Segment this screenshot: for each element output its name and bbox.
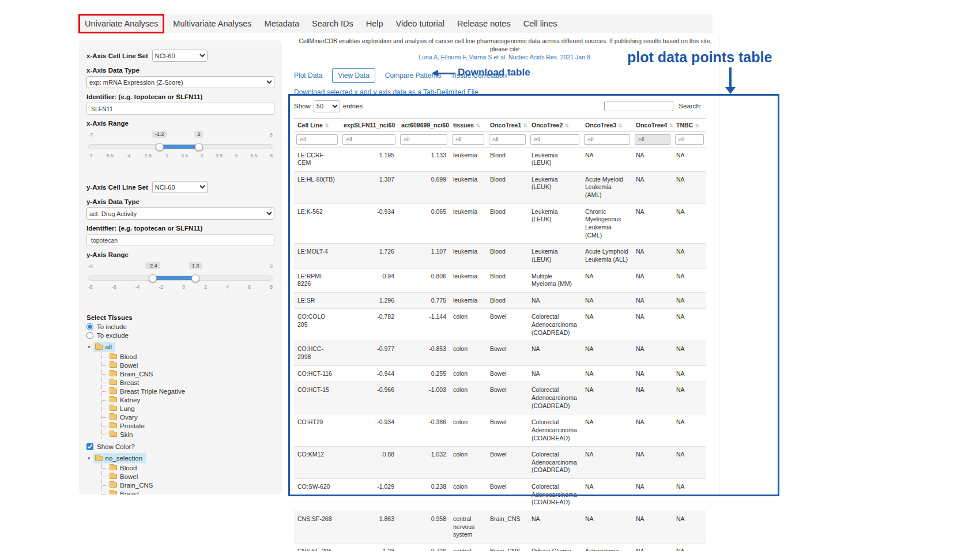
download-link[interactable]: Download selected x and y axis data as a… bbox=[294, 88, 478, 96]
column-header-oncotree3[interactable]: OncoTree3⇅ bbox=[582, 118, 632, 131]
slider-tick: -4 bbox=[135, 284, 140, 290]
tree-root-all[interactable]: all bbox=[93, 342, 116, 352]
sort-icon[interactable]: ⇅ bbox=[564, 123, 569, 129]
nav-item-cell-lines[interactable]: Cell lines bbox=[517, 17, 564, 31]
sort-icon[interactable]: ⇅ bbox=[397, 123, 398, 129]
tree-item-brain-cns[interactable]: Brain_CNS bbox=[110, 481, 274, 489]
table-row[interactable]: CO:KM12-0.88-1.032colonBowelColorectal A… bbox=[294, 447, 706, 479]
to-include-option[interactable]: To include bbox=[86, 323, 274, 330]
nav-item-metadata[interactable]: Metadata bbox=[258, 17, 306, 31]
table-row[interactable]: LE:CCRF-CEM1.1951.133leukemiaBloodLeukem… bbox=[294, 147, 706, 171]
filter-input-oncotree4[interactable] bbox=[635, 134, 670, 145]
y-data-type-select[interactable]: act: Drug Activity bbox=[86, 207, 274, 220]
table-row[interactable]: CO:HCT-116-0.9440.255colonBowelNANANANA bbox=[294, 365, 706, 382]
filter-input-oncotree1[interactable] bbox=[489, 134, 526, 145]
nav-item-search-ids[interactable]: Search IDs bbox=[306, 17, 360, 31]
slider-track[interactable] bbox=[88, 276, 273, 281]
search-label: Search: bbox=[679, 103, 702, 110]
tree-item-kidney[interactable]: Kidney bbox=[110, 395, 274, 404]
tree-item-bowel[interactable]: Bowel bbox=[110, 361, 274, 369]
tree-caret-icon[interactable]: ▾ bbox=[88, 454, 91, 463]
table-row[interactable]: CO:SW-620-1.0290.238colonBowelColorectal… bbox=[294, 479, 706, 511]
column-header-cell-line[interactable]: Cell Line⇅ bbox=[294, 118, 340, 131]
column-header-oncotree2[interactable]: OncoTree2⇅ bbox=[528, 118, 582, 131]
column-header-act609699-nci60[interactable]: act609699_nci60⇅ bbox=[398, 118, 450, 131]
tree-item-skin[interactable]: Skin bbox=[110, 430, 274, 439]
table-row[interactable]: LE:SR1.2960.775leukemiaBloodNANANANA bbox=[294, 292, 706, 309]
y-range-slider[interactable]: -8 8 -2.4 1.3 -8-6-4-202468 bbox=[88, 272, 273, 299]
column-header-oncotree4[interactable]: OncoTree4⇅ bbox=[632, 118, 673, 131]
tab-plot-data[interactable]: Plot Data bbox=[294, 71, 322, 80]
filter-input-cell-line[interactable] bbox=[296, 134, 338, 145]
filter-input-tissues[interactable] bbox=[452, 134, 484, 145]
filter-input-oncotree3[interactable] bbox=[584, 134, 630, 145]
column-header-tissues[interactable]: tissues⇅ bbox=[450, 118, 487, 131]
slider-handle-right[interactable] bbox=[191, 274, 199, 282]
table-cell: Colorectal Adenocarcinoma (COADREAD) bbox=[528, 309, 582, 341]
x-cell-line-set-select[interactable]: NCI-60 bbox=[152, 50, 208, 62]
tree-item-blood[interactable]: Blood bbox=[110, 352, 274, 361]
table-cell: CO:SW-620 bbox=[294, 479, 340, 511]
slider-handle-left[interactable] bbox=[149, 274, 157, 282]
column-header-oncotree1[interactable]: OncoTree1⇅ bbox=[487, 118, 528, 131]
table-row[interactable]: CO:HCC-2998-0.977-0.853colonBowelNANANAN… bbox=[294, 341, 706, 365]
show-color-checkbox[interactable] bbox=[86, 443, 93, 450]
sort-icon[interactable]: ⇅ bbox=[695, 123, 699, 129]
y-cell-line-set-select[interactable]: NCI-60 bbox=[152, 181, 208, 193]
nav-item-univariate-analyses[interactable]: Univariate Analyses bbox=[78, 14, 164, 33]
table-row[interactable]: CNS:SF-2681.8630.958central nervous syst… bbox=[294, 511, 706, 544]
tree-item-bowel[interactable]: Bowel bbox=[110, 472, 274, 481]
x-data-type-select[interactable]: exp: mRNA Expression (Z-Score) bbox=[86, 76, 274, 88]
y-identifier-input[interactable] bbox=[86, 234, 274, 246]
nav-item-help[interactable]: Help bbox=[360, 17, 390, 31]
table-row[interactable]: CO:HT29-0.934-0.386colonBowelColorectal … bbox=[294, 414, 706, 447]
filter-input-expslfn11-nci60[interactable] bbox=[342, 134, 395, 145]
data-table: Cell Line⇅expSLFN11_nci60⇅act609699_nci6… bbox=[294, 118, 706, 551]
sort-icon[interactable]: ⇅ bbox=[523, 123, 527, 129]
tree-item-lung[interactable]: Lung bbox=[110, 404, 274, 413]
tree-item-breast[interactable]: Breast bbox=[110, 378, 274, 387]
table-row[interactable]: LE:K-562-0.9340.065leukemiaBloodLeukemia… bbox=[294, 203, 706, 244]
sort-icon[interactable]: ⇅ bbox=[618, 123, 623, 129]
tree-item-breast-triple-negative[interactable]: Breast Triple Negative bbox=[110, 387, 274, 395]
search-input[interactable] bbox=[604, 101, 673, 111]
sort-icon[interactable]: ⇅ bbox=[669, 123, 673, 129]
nav-item-release-notes[interactable]: Release notes bbox=[451, 17, 517, 31]
filter-input-oncotree2[interactable] bbox=[530, 134, 579, 145]
tab-view-data[interactable]: View Data bbox=[332, 68, 375, 83]
slider-handle-left[interactable] bbox=[156, 143, 164, 151]
tree-item-ovary[interactable]: Ovary bbox=[110, 413, 274, 421]
tree-item-brain-cns[interactable]: Brain_CNS bbox=[110, 369, 274, 378]
table-row[interactable]: CO:HCT-15-0.966-1.003colonBowelColorecta… bbox=[294, 382, 706, 414]
table-row[interactable]: LE:MOLT-41.7261.107leukemiaBloodLeukemia… bbox=[294, 244, 706, 268]
filter-input-tnbc[interactable] bbox=[675, 134, 704, 145]
tree-item-prostate[interactable]: Prostate bbox=[110, 421, 274, 430]
nav-item-video-tutorial[interactable]: Video tutorial bbox=[390, 17, 451, 31]
filter-input-act609699-nci60[interactable] bbox=[400, 134, 447, 145]
entries-select[interactable]: 50 bbox=[314, 100, 340, 112]
slider-handle-right[interactable] bbox=[195, 143, 203, 151]
tree-item-blood[interactable]: Blood bbox=[110, 463, 274, 472]
tree-root-no-selection[interactable]: no_selection bbox=[93, 453, 146, 463]
to-exclude-radio[interactable] bbox=[86, 332, 93, 339]
column-header-expslfn11-nci60[interactable]: expSLFN11_nci60⇅ bbox=[340, 118, 398, 131]
table-row[interactable]: LE:RPMI-8226-0.94-0.806leukemiaBloodMult… bbox=[294, 268, 706, 292]
to-exclude-option[interactable]: To exclude bbox=[86, 332, 274, 339]
folder-icon bbox=[110, 482, 117, 488]
nav-item-multivariate-analyses[interactable]: Multivariate Analyses bbox=[167, 17, 258, 31]
column-header-tnbc[interactable]: TNBC⇅ bbox=[673, 118, 706, 131]
sort-icon[interactable]: ⇅ bbox=[325, 123, 329, 129]
show-color-option[interactable]: Show Color? bbox=[86, 443, 274, 450]
table-row[interactable]: CNS:SF-2951.280.726central nervous syste… bbox=[294, 543, 706, 551]
to-exclude-label: To exclude bbox=[97, 332, 129, 339]
tree-item-breast[interactable]: Breast bbox=[110, 489, 274, 495]
slider-track[interactable] bbox=[88, 144, 273, 149]
sidebar: x-Axis Cell Line Set NCI-60 x-Axis Data … bbox=[79, 40, 282, 495]
table-row[interactable]: CO:COLO 205-0.782-1.144colonBowelColorec… bbox=[294, 309, 706, 341]
table-row[interactable]: LE:HL-60(TB)1.3070.699leukemiaBloodLeuke… bbox=[294, 171, 706, 203]
tree-caret-icon[interactable]: ▾ bbox=[88, 342, 91, 352]
sort-icon[interactable]: ⇅ bbox=[476, 123, 480, 129]
x-identifier-input[interactable] bbox=[86, 103, 274, 115]
x-range-slider[interactable]: -7 8 -1.2 2 -7-5.5-4-2.5-10.523.556.58 bbox=[88, 141, 273, 167]
to-include-radio[interactable] bbox=[86, 323, 93, 330]
